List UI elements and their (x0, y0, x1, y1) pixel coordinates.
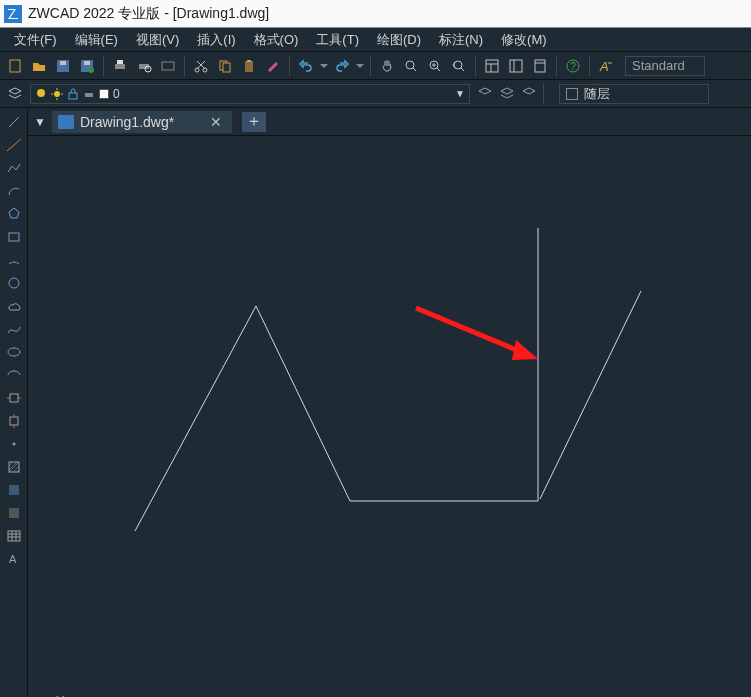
svg-rect-47 (9, 485, 19, 495)
menu-edit[interactable]: 编辑(E) (67, 29, 126, 51)
svg-rect-15 (245, 61, 253, 72)
menu-draw[interactable]: 绘图(D) (369, 29, 429, 51)
gradient-tool[interactable] (2, 479, 26, 501)
svg-line-39 (7, 139, 21, 151)
ellipse-tool[interactable] (2, 341, 26, 363)
zoom-window-button[interactable] (424, 55, 446, 77)
menu-file[interactable]: 文件(F) (6, 29, 65, 51)
menu-view[interactable]: 视图(V) (128, 29, 187, 51)
redo-button[interactable] (331, 55, 353, 77)
redo-dropdown[interactable] (355, 55, 365, 77)
svg-rect-44 (10, 417, 18, 425)
title-bar: ZWCAD 2022 专业版 - [Drawing1.dwg] (0, 0, 751, 28)
rectangle-tool[interactable] (2, 226, 26, 248)
layer-toolbar: 0 ▼ 随层 (0, 80, 751, 108)
make-block-tool[interactable] (2, 410, 26, 432)
properties-button[interactable] (481, 55, 503, 77)
print-button[interactable] (109, 55, 131, 77)
design-center-button[interactable] (505, 55, 527, 77)
svg-rect-23 (510, 60, 522, 72)
document-tab-label: Drawing1.dwg* (80, 114, 174, 130)
spline-tool[interactable] (2, 318, 26, 340)
pan-button[interactable] (376, 55, 398, 77)
revcloud-tool[interactable] (2, 295, 26, 317)
construction-line-tool[interactable] (2, 134, 26, 156)
svg-rect-25 (535, 60, 545, 72)
table-tool[interactable] (2, 525, 26, 547)
tool-palettes-button[interactable] (529, 55, 551, 77)
chevron-down-icon: ▼ (455, 88, 465, 99)
copy-button[interactable] (214, 55, 236, 77)
menu-tools[interactable]: 工具(T) (308, 29, 367, 51)
layer-combo[interactable]: 0 ▼ (30, 84, 470, 104)
paste-button[interactable] (238, 55, 260, 77)
svg-point-31 (54, 91, 60, 97)
document-tabs: ▼ Drawing1.dwg* ✕ ＋ (28, 108, 751, 136)
svg-rect-37 (85, 93, 93, 97)
ellipse-arc-tool[interactable] (2, 364, 26, 386)
color-combo[interactable]: 随层 (559, 84, 709, 104)
arc-segment-tool[interactable] (2, 249, 26, 271)
text-style-combo[interactable]: Standard (625, 56, 705, 76)
svg-rect-48 (9, 508, 19, 518)
saveas-button[interactable] (76, 55, 98, 77)
layer-lock-icon (67, 88, 79, 100)
svg-rect-10 (162, 62, 174, 70)
tab-close-button[interactable]: ✕ (210, 114, 222, 130)
insert-block-tool[interactable] (2, 387, 26, 409)
svg-rect-6 (115, 64, 125, 69)
layer-prev-button[interactable] (474, 83, 496, 105)
svg-text:?: ? (570, 61, 576, 72)
open-button[interactable] (28, 55, 50, 77)
cut-button[interactable] (190, 55, 212, 77)
layer-print-icon (83, 88, 95, 100)
layer-state-button[interactable] (496, 83, 518, 105)
arc-tool[interactable] (2, 180, 26, 202)
match-prop-button[interactable] (262, 55, 284, 77)
ucs-y-label: Y (56, 693, 65, 697)
point-tool[interactable] (2, 433, 26, 455)
layer-sun-icon (51, 88, 63, 100)
undo-dropdown[interactable] (319, 55, 329, 77)
svg-rect-16 (247, 60, 251, 62)
draw-toolbar: A (0, 108, 28, 697)
svg-rect-49 (8, 531, 20, 541)
polyline-tool[interactable] (2, 157, 26, 179)
line-tool[interactable] (2, 111, 26, 133)
publish-button[interactable] (157, 55, 179, 77)
svg-text:A: A (9, 553, 17, 565)
layer-name: 0 (113, 87, 120, 101)
circle-tool[interactable] (2, 272, 26, 294)
menu-dimension[interactable]: 标注(N) (431, 29, 491, 51)
svg-rect-0 (10, 60, 20, 72)
tab-add-button[interactable]: ＋ (242, 112, 266, 132)
svg-rect-14 (223, 63, 230, 72)
layer-iso-button[interactable] (518, 83, 540, 105)
menu-insert[interactable]: 插入(I) (189, 29, 243, 51)
dwg-file-icon (58, 115, 74, 129)
svg-point-41 (9, 278, 19, 288)
zoom-prev-button[interactable] (448, 55, 470, 77)
text-style-icon[interactable]: A (595, 55, 617, 77)
polygon-tool[interactable] (2, 203, 26, 225)
svg-rect-36 (69, 93, 77, 99)
undo-button[interactable] (295, 55, 317, 77)
svg-text:A: A (599, 59, 609, 74)
help-button[interactable]: ? (562, 55, 584, 77)
drawing-canvas[interactable]: Y X (28, 136, 751, 697)
save-button[interactable] (52, 55, 74, 77)
color-swatch-icon (566, 88, 578, 100)
hatch-tool[interactable] (2, 456, 26, 478)
tab-list-dropdown[interactable]: ▼ (34, 115, 52, 129)
svg-point-42 (8, 348, 20, 356)
zoom-realtime-button[interactable] (400, 55, 422, 77)
print-preview-button[interactable] (133, 55, 155, 77)
menu-format[interactable]: 格式(O) (246, 29, 307, 51)
document-tab-active[interactable]: Drawing1.dwg* ✕ (52, 111, 232, 133)
layer-manager-button[interactable] (4, 83, 26, 105)
work-area: A ▼ Drawing1.dwg* ✕ ＋ Y (0, 108, 751, 697)
new-button[interactable] (4, 55, 26, 77)
region-tool[interactable] (2, 502, 26, 524)
menu-modify[interactable]: 修改(M) (493, 29, 555, 51)
mtext-tool[interactable]: A (2, 548, 26, 570)
